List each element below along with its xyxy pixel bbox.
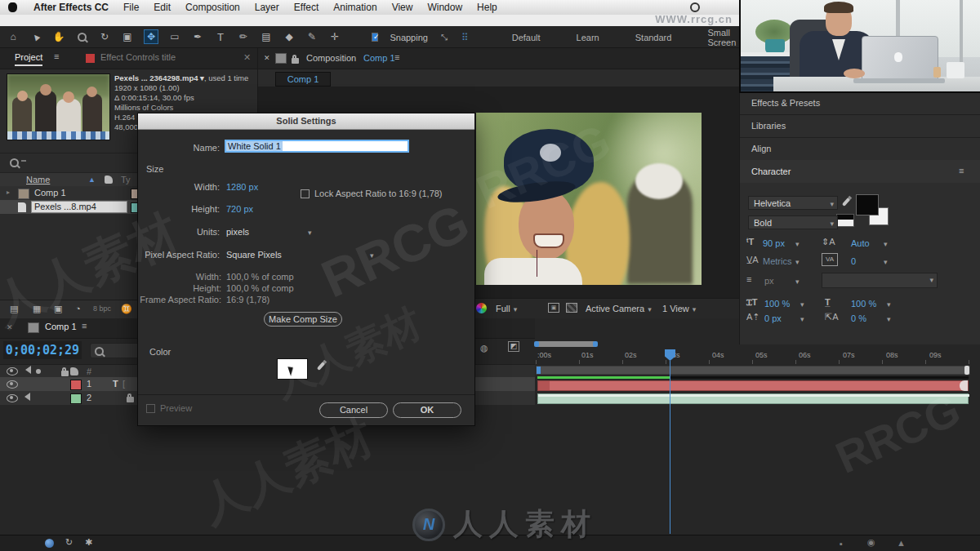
timecode-display[interactable]: 0;00;02;29 [3,341,82,359]
layer-bar-video[interactable] [537,393,969,404]
close-icon[interactable]: ✕ [243,52,251,63]
new-folder-icon[interactable]: ▦ [33,304,41,314]
horizontal-scale-value[interactable]: 100 % [851,299,876,309]
menu-edit[interactable]: Edit [154,2,171,13]
zoom-tool-icon[interactable] [75,30,88,43]
pen-tool-icon[interactable]: ✒ [191,30,204,43]
font-family-select[interactable]: Helvetica [748,196,838,210]
project-settings-icon[interactable]: ◔ [75,304,81,313]
panel-header-libraries[interactable]: Libraries [740,114,980,138]
baseline-chevron[interactable] [797,313,804,323]
layer-label-swatch[interactable] [70,380,82,390]
footage-name[interactable]: Pexels ... 2364298.mp4 ▾ [114,73,204,82]
font-size-value[interactable]: 90 px [763,238,785,248]
time-navigator[interactable] [536,341,596,347]
timeline-tab[interactable]: Comp 1 [45,322,77,331]
rotation-tool-icon[interactable]: ↻ [98,30,111,43]
wide-select[interactable] [822,273,938,288]
panel-menu-icon[interactable]: ≡ [54,51,59,61]
twirl-icon[interactable]: ▸ [7,189,10,196]
leading-chevron[interactable] [880,238,888,248]
workspace-standard[interactable]: Standard [635,33,672,42]
cancel-button[interactable]: Cancel [319,402,388,418]
time-ruler[interactable]: :00s 01s 02s 03s 04s 05s 06s 07s 08s 09s [536,349,980,364]
menu-app[interactable]: After Effects CC [33,2,109,13]
font-style-select[interactable]: Bold [748,216,838,229]
menu-status-icon[interactable] [690,2,700,12]
graph-editor-icon[interactable]: ◩ [508,341,519,352]
layer-bar-text[interactable] [537,380,969,391]
dialog-title-bar[interactable]: Solid Settings [138,113,474,130]
camera-tool-icon[interactable]: ▣ [121,30,134,43]
item-name[interactable]: Comp 1 [34,188,66,198]
panel-header-effects-presets[interactable]: Effects & Presets [740,91,980,115]
vertical-scale-value[interactable]: 100 % [764,299,790,309]
menu-help[interactable]: Help [477,2,497,13]
kerning-chevron[interactable] [792,256,800,266]
camera-select[interactable]: Active Camera [586,304,652,313]
menu-layer[interactable]: Layer [255,2,279,13]
type-tool-icon[interactable]: T [214,30,227,43]
roto-brush-tool-icon[interactable]: ✎ [305,30,318,43]
refresh-icon[interactable]: ↻ [65,537,73,548]
item-name-edit[interactable]: Pexels ...8.mp4 [31,201,127,213]
fill-color-swatch[interactable] [856,194,879,216]
work-area-start-handle[interactable] [537,367,541,374]
menu-animation[interactable]: Animation [333,2,376,13]
layer-label-swatch[interactable] [70,393,82,404]
settings-gear-icon[interactable]: ✱ [85,537,92,548]
playhead-line[interactable] [670,361,670,534]
menu-composition[interactable]: Composition [185,2,240,13]
lock-aspect-checkbox[interactable] [301,189,310,198]
hscale-chevron[interactable] [884,299,891,309]
layer-in-handle[interactable] [538,381,550,390]
bpc-button[interactable]: 8 bpc [93,304,111,313]
comp-sub-tab[interactable]: Comp 1 [275,72,331,87]
trash-icon[interactable]: ♊ [121,304,132,314]
units-select[interactable]: pixels [226,227,249,237]
preview-checkbox[interactable] [146,404,155,413]
font-size-chevron[interactable] [792,238,800,248]
eye-icon[interactable] [7,394,18,402]
panel-header-align[interactable]: Align [740,137,980,161]
small-fill-stroke-swatch[interactable] [836,214,854,227]
interpret-footage-icon[interactable]: ▤ [10,304,18,314]
menu-view[interactable]: View [392,2,413,13]
column-type[interactable]: Ty [121,175,131,184]
height-value[interactable]: 720 px [226,204,253,214]
navigator-handle-right[interactable] [593,341,598,347]
color-eyedropper-icon[interactable] [317,362,325,371]
eyedropper-icon[interactable] [842,198,850,207]
pan-behind-tool-icon[interactable]: ✥ [144,29,158,44]
label-column-icon[interactable] [105,176,113,184]
sync-orb-icon[interactable] [45,539,54,548]
units-chevron[interactable] [305,227,312,237]
column-name[interactable]: Name [26,175,50,184]
snapping-checkbox[interactable] [372,33,378,42]
apple-icon[interactable] [8,2,17,12]
selection-tool-icon[interactable]: ▲ [27,28,46,47]
menu-window[interactable]: Window [427,2,462,13]
panel-menu-icon[interactable]: ≡ [959,166,964,176]
magnification-select[interactable]: Full [496,304,517,313]
brush-tool-icon[interactable]: ✏ [237,30,250,43]
search-icon[interactable] [10,158,19,167]
make-comp-size-button[interactable]: Make Comp Size [264,312,342,327]
par-chevron[interactable] [367,250,374,260]
kerning-value[interactable]: Metrics [763,256,791,266]
draft3d-icon[interactable]: ◍ [480,343,488,353]
new-comp-icon[interactable]: ▣ [54,304,62,314]
unit-value[interactable]: px [764,276,774,286]
composition-tab-label[interactable]: Composition [306,53,356,63]
color-swatch[interactable] [277,358,308,380]
color-wheel-icon[interactable] [476,303,487,313]
transparency-grid-icon[interactable] [566,303,577,313]
work-area-bar[interactable] [536,366,970,375]
layer-out-handle[interactable] [960,380,968,391]
vscale-chevron[interactable] [797,299,804,309]
lock-icon[interactable] [292,58,299,64]
layer-lock-icon[interactable] [127,397,134,402]
panel-menu-icon[interactable]: ≡ [394,52,399,62]
home-icon[interactable]: ⌂ [7,30,20,43]
baseline-shift-value[interactable]: 0 px [764,313,782,323]
